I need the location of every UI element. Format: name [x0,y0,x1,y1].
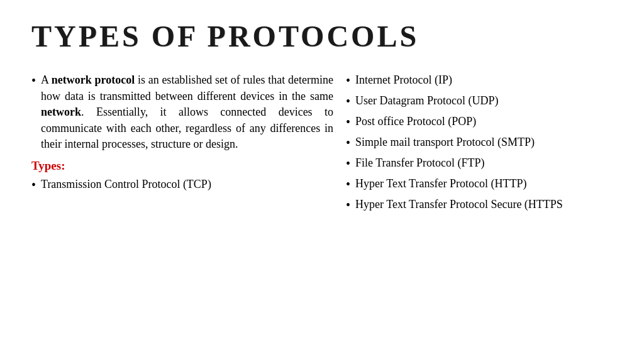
bold-network2: network [41,106,81,118]
types-label: Types: [31,159,333,173]
right-bullet-text: Internet Protocol (IP) [355,72,613,88]
right-bullet-dot: • [346,197,350,214]
right-bullet-text: File Transfer Protocol (FTP) [355,155,613,171]
page-title: Types of Protocols [31,19,613,53]
content-area: • A network protocol is an established s… [31,72,613,217]
right-bullet-text: User Datagram Protocol (UDP) [355,93,613,109]
slide: Types of Protocols • A network protocol … [0,0,644,362]
right-bullet-dot: • [346,155,350,172]
right-bullet-item: •File Transfer Protocol (FTP) [346,155,613,172]
right-bullet-dot: • [346,134,350,151]
right-bullet-item: •Internet Protocol (IP) [346,72,613,89]
right-bullet-item: •Hyper Text Transfer Protocol Secure (HT… [346,197,613,214]
right-bullet-dot: • [346,176,350,193]
main-bullet: • A network protocol is an established s… [31,72,333,153]
right-bullet-dot: • [346,93,350,110]
right-bullet-text: Hyper Text Transfer Protocol Secure (HTT… [355,197,613,212]
right-bullet-text: Simple mail transport Protocol (SMTP) [355,134,613,150]
left-column: • A network protocol is an established s… [31,72,333,217]
bullet-dot-main: • [31,72,36,89]
right-bullet-dot: • [346,72,350,89]
bold-network: network protocol [52,74,135,86]
right-bullet-item: •Hyper Text Transfer Protocol (HTTP) [346,176,613,193]
right-bullet-text: Post office Protocol (POP) [355,114,613,129]
main-description: A network protocol is an established set… [41,72,333,153]
right-bullet-item: •User Datagram Protocol (UDP) [346,93,613,110]
right-bullet-item: •Post office Protocol (POP) [346,114,613,131]
right-bullet-text: Hyper Text Transfer Protocol (HTTP) [355,176,613,192]
tcp-text: Transmission Control Protocol (TCP) [41,177,333,192]
right-column: •Internet Protocol (IP)•User Datagram Pr… [346,72,613,217]
right-bullet-item: •Simple mail transport Protocol (SMTP) [346,134,613,151]
bullet-dot-tcp: • [31,177,36,194]
tcp-bullet: • Transmission Control Protocol (TCP) [31,177,333,194]
right-bullet-dot: • [346,114,350,131]
